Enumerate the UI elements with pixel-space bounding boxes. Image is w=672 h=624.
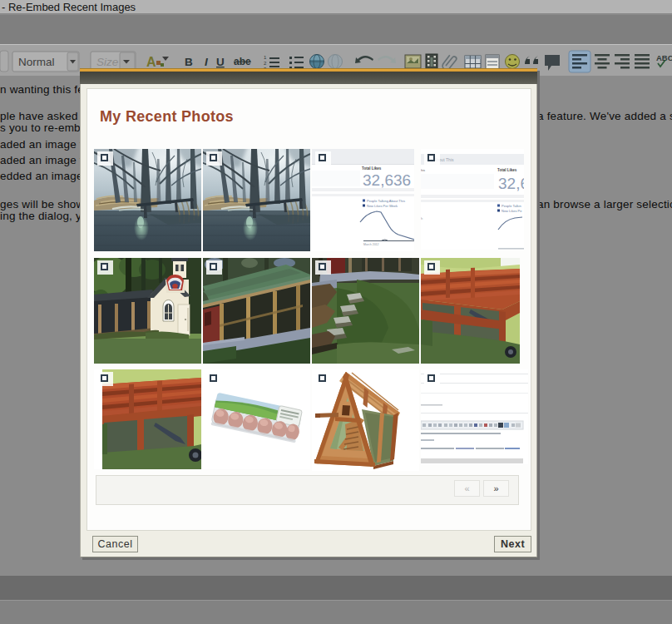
- svg-text:his: his: [421, 168, 425, 172]
- svg-text:h: h: [421, 216, 422, 220]
- svg-text:People Talking About This: People Talking About This: [367, 199, 405, 203]
- svg-text:Total Likes: Total Likes: [497, 168, 517, 172]
- svg-text:New Likes Per Week: New Likes Per Week: [367, 204, 398, 208]
- svg-text:Total Likes: Total Likes: [362, 166, 382, 171]
- svg-text:March 2012: March 2012: [363, 243, 379, 246]
- svg-text:abe: abe: [234, 56, 251, 67]
- svg-text:32,636: 32,636: [363, 171, 411, 189]
- svg-text:A: A: [146, 55, 156, 69]
- svg-text:New Likes Pe: New Likes Pe: [502, 209, 522, 213]
- svg-text:Normal: Normal: [18, 56, 55, 68]
- svg-text:32,6: 32,6: [498, 175, 524, 192]
- svg-text:Size: Size: [96, 56, 118, 68]
- svg-text:B: B: [185, 56, 193, 68]
- svg-text:U: U: [216, 56, 225, 68]
- svg-text:I: I: [205, 56, 208, 68]
- svg-text:People Talkin: People Talkin: [502, 204, 521, 208]
